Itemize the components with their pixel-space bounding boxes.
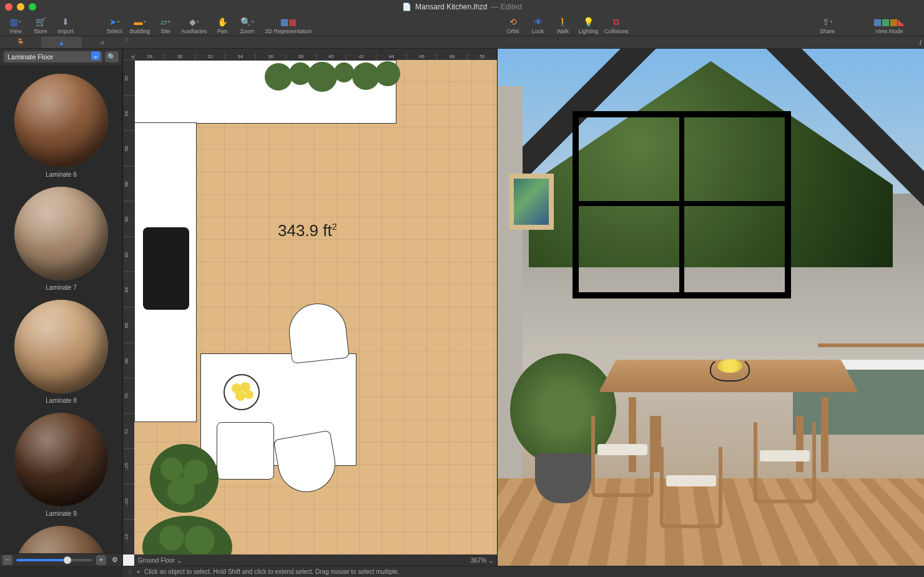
library-tab-furniture[interactable]: 🪑 <box>0 36 41 48</box>
window-controls <box>5 3 36 11</box>
materials-icon: ▲ <box>58 39 65 46</box>
materials-sidebar: Laminate Floor 🔍 Laminate 6Laminate 7Lam… <box>0 49 123 566</box>
look-tool[interactable]: 👁Look <box>526 16 550 34</box>
building-label: Building <box>130 28 150 34</box>
zoom-in-button[interactable]: + <box>96 555 106 565</box>
area-label: 343.9 ft2 <box>278 221 337 240</box>
chair-3d-2 <box>660 447 722 528</box>
material-filter-select[interactable]: Laminate Floor <box>4 51 102 62</box>
material-preview <box>14 413 108 506</box>
material-item[interactable]: Laminate 9 <box>0 407 122 520</box>
svg-point-4 <box>352 62 380 90</box>
material-item[interactable]: Laminate 8 <box>0 293 122 407</box>
plant-top[interactable] <box>263 60 406 99</box>
window-frame <box>573 111 791 298</box>
material-preview <box>14 74 108 167</box>
material-item[interactable]: Laminate 6 <box>0 67 122 180</box>
share-button[interactable]: ⇪▾Share <box>815 16 839 34</box>
library-tab-materials[interactable]: ▲ <box>41 36 82 48</box>
chair-3[interactable] <box>217 422 274 480</box>
material-preview <box>14 300 108 393</box>
svg-point-9 <box>235 391 245 401</box>
select-tool[interactable]: ➤▾Select <box>102 16 126 34</box>
view-mode-button[interactable]: ▦▦▦◣View Mode <box>858 16 920 34</box>
store-icon: 🛒 <box>34 16 47 27</box>
panel-splitter-bottom[interactable]: ⦀ <box>127 568 133 576</box>
collisions-button[interactable]: ⧉Collisions <box>602 16 631 34</box>
pan-icon: ✋ <box>215 16 229 27</box>
zoom-tool[interactable]: 🔍▾Zoom <box>235 16 259 34</box>
fruit-bowl-3d <box>710 357 750 382</box>
aux-label: Auxiliaries <box>181 28 207 34</box>
import-button[interactable]: ⬇Import <box>54 16 77 34</box>
fruit-bowl-2d[interactable] <box>222 372 262 413</box>
material-preview <box>14 187 108 280</box>
view-icon: ▥▾ <box>9 16 22 27</box>
cursor-icon: ➤▾ <box>107 16 121 27</box>
wall-art <box>509 174 554 230</box>
status-bar: ⦀ ⌖ Click an object to select. Hold Shif… <box>123 566 924 577</box>
zoom-slider[interactable] <box>16 559 92 561</box>
lighting-button[interactable]: 💡Lighting <box>576 16 601 34</box>
site-icon: ▱▾ <box>159 16 172 27</box>
3d-view[interactable] <box>498 49 924 566</box>
close-window-button[interactable] <box>5 3 12 11</box>
settings-icon[interactable]: ⚙ <box>110 555 120 565</box>
material-item[interactable] <box>0 520 122 553</box>
bush-1[interactable] <box>147 441 222 516</box>
svg-point-0 <box>265 63 292 91</box>
maximize-window-button[interactable] <box>29 3 36 11</box>
floor-plan-viewport[interactable]: 343.9 ft2 <box>134 60 497 555</box>
canvas-footer: Ground Floor ⌄ 367% ⌄ <box>134 555 497 566</box>
bulb-icon: 💡 <box>581 16 595 27</box>
svg-point-10 <box>245 390 253 399</box>
filter-value: Laminate Floor <box>7 53 53 61</box>
search-button[interactable]: 🔍 <box>105 51 119 62</box>
library-tab-list[interactable]: ≡ <box>82 36 123 48</box>
store-button[interactable]: 🛒Store <box>29 16 52 34</box>
floor-level-select[interactable]: Ground Floor ⌄ <box>138 557 182 564</box>
panel-splitter-left[interactable]: ⦀ <box>123 36 129 48</box>
view-mode-label: View Mode <box>875 28 903 34</box>
2d-label: 2D Representation <box>265 28 312 34</box>
orbit-tool[interactable]: ⟲Orbit <box>501 16 525 34</box>
shelf-upper <box>818 343 924 347</box>
building-tool[interactable]: ▬▾Building <box>127 16 152 34</box>
zoom-level-select[interactable]: 367% ⌄ <box>471 557 493 564</box>
zoom-out-button[interactable]: − <box>2 555 12 565</box>
site-tool[interactable]: ▱▾Site <box>154 16 177 34</box>
store-label: Store <box>34 28 47 34</box>
aux-icon: ◆▾ <box>187 16 201 27</box>
material-item[interactable]: Laminate 7 <box>0 180 122 293</box>
material-list[interactable]: Laminate 6Laminate 7Laminate 8Laminate 9 <box>0 65 122 553</box>
lighting-label: Lighting <box>579 28 599 34</box>
2d-floor-plan[interactable]: ft 283032343638404244464850 525456586062… <box>123 49 498 566</box>
floor-level-value: Ground Floor <box>138 557 175 564</box>
ruler-unit: ft <box>123 49 134 60</box>
sidebar-footer: − + ⚙ <box>0 553 122 566</box>
look-label: Look <box>532 28 544 34</box>
auxiliaries-tool[interactable]: ◆▾Auxiliaries <box>179 16 209 34</box>
svg-point-3 <box>334 62 354 82</box>
view-menu[interactable]: ▥▾View <box>4 16 27 34</box>
select-label: Select <box>106 28 122 34</box>
svg-point-16 <box>159 525 184 550</box>
sink[interactable] <box>143 227 189 310</box>
chevron-icon: ⌄ <box>488 557 493 564</box>
pan-label: Pan <box>217 28 227 34</box>
minimize-window-button[interactable] <box>17 3 24 11</box>
material-preview <box>14 526 108 553</box>
2d-icon: ▦ ▦ <box>282 16 295 27</box>
2d-representation-button[interactable]: ▦ ▦2D Representation <box>260 16 317 34</box>
share-icon: ⇪▾ <box>820 16 834 27</box>
material-label: Laminate 9 <box>46 510 76 517</box>
svg-point-12 <box>160 458 183 480</box>
bush-2[interactable] <box>140 510 234 555</box>
svg-point-14 <box>167 477 195 505</box>
pan-tool[interactable]: ✋Pan <box>210 16 234 34</box>
walk-tool[interactable]: 🚶Walk <box>551 16 575 34</box>
status-hint: Click an object to select. Hold Shift an… <box>144 568 400 575</box>
chair-3d-3 <box>754 422 816 503</box>
info-button[interactable]: i <box>919 37 922 47</box>
sidebar-panel-tabs: 🪑 ▲ ≡ ⦀ i <box>0 36 924 49</box>
